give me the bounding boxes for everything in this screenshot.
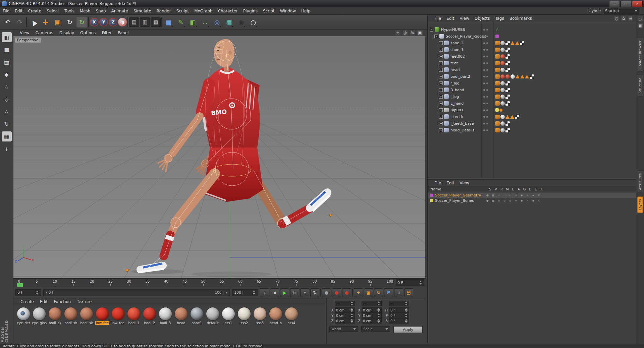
toolbar-separator[interactable] [88,17,89,27]
material-preview-sphere[interactable] [127,307,140,320]
position-field[interactable]: 0 cm [335,313,355,318]
weight-tag[interactable] [495,74,500,79]
menubar-item[interactable]: Window [277,9,299,13]
material-item[interactable]: head_h [268,307,283,325]
menubar-item[interactable]: Simulate [131,9,154,13]
position-field[interactable]: 0 cm [335,318,355,324]
object-name[interactable]: L_hand [450,101,464,106]
object-tree-row[interactable]: + Bip001 [428,107,636,113]
spinner-icon[interactable] [377,308,380,312]
expand-toggle-icon[interactable]: + [439,68,443,72]
material-item[interactable]: sss3 [253,307,267,325]
material-item[interactable]: sss1 [221,307,236,325]
model-mode-icon[interactable]: ■ [2,45,12,55]
viewport-menu-item[interactable]: Options [77,31,99,35]
layer-toggle-icon[interactable]: ▫ [496,199,502,202]
visibility-dots[interactable] [483,76,488,77]
object-name[interactable]: l_teeth [450,115,463,119]
snap-grid-button[interactable]: ⠿ [394,288,403,297]
viewport-menu-item[interactable]: Cameras [32,31,56,35]
weight-tag[interactable] [495,121,500,126]
keyframe-record-button[interactable]: ● [332,288,341,297]
undo-icon[interactable]: ↶ [2,16,13,28]
object-tree-row[interactable]: + feet002 [428,53,636,60]
menubar-item[interactable]: Character [215,9,240,13]
menubar-item[interactable]: Script [260,9,277,13]
transport-separator[interactable] [320,289,321,297]
visibility-dots[interactable] [483,42,488,44]
coord-mode-field[interactable]: — [335,301,355,306]
checker-tag[interactable] [505,128,510,132]
search-icon[interactable]: ○ [614,16,619,21]
skinred-tag[interactable] [500,54,505,59]
menubar-item[interactable]: Sculpt [174,9,192,13]
expand-toggle-icon[interactable]: + [439,115,443,119]
edges-mode-icon[interactable]: ◇ [2,94,12,104]
object-name[interactable]: head_Details [450,128,474,132]
render-view-icon[interactable]: ▤ [129,17,139,27]
material-item[interactable]: sss2 [237,307,252,325]
object-name[interactable]: r_leg [450,81,460,85]
viewport-menu-item[interactable]: Panel [115,31,131,35]
layer-toggle-icon[interactable]: ✓ [525,199,530,202]
tri-tag[interactable] [520,75,524,78]
visibility-dots[interactable] [483,123,488,124]
next-frame-button[interactable]: ▷ [290,288,299,297]
material-preview-sphere[interactable] [33,307,46,320]
texture-edit-icon[interactable]: ▦ [2,131,12,141]
object-tree-row[interactable]: + shoe_2 [428,40,636,46]
phong-tag[interactable] [500,81,505,85]
visibility-dots[interactable] [483,62,488,64]
redo-icon[interactable]: ↷ [14,16,25,28]
add-spline-icon[interactable]: ✎ [175,16,186,28]
add-cube-icon[interactable]: ■ [163,16,174,28]
spinner-icon[interactable] [377,313,380,317]
add-modeling-icon[interactable]: ∴ [199,16,211,28]
menubar-item[interactable]: Animate [109,9,131,13]
checker-tag[interactable] [505,68,510,72]
scale-tool-icon[interactable]: ▣ [52,16,63,28]
object-name[interactable]: l_teeth_base [450,121,474,126]
weight-tag[interactable] [495,61,500,65]
weight-tag[interactable] [495,95,500,99]
object-name[interactable]: feet [450,61,458,65]
object-name[interactable]: shoe_2 [450,41,464,45]
tri-tag[interactable] [515,41,519,45]
phong-tag[interactable] [500,88,505,92]
tri-tag[interactable] [525,75,529,78]
visibility-dots[interactable] [483,49,488,51]
viewport-canvas[interactable]: BMO [13,36,425,278]
texture-mode-icon[interactable]: ▦ [2,57,12,67]
material-item[interactable]: bodi_2 [142,307,157,325]
weight-tag[interactable] [495,68,500,72]
phong-tag[interactable] [500,121,505,126]
coord-mode-field[interactable]: — [362,301,382,306]
material-item[interactable]: low_fee [111,307,125,325]
object-name[interactable]: R_hand [450,88,464,92]
rotation-field[interactable]: 0 ° [389,313,409,318]
visibility-dots[interactable] [483,129,488,131]
object-manager-menu-item[interactable]: Objects [472,16,492,21]
close-button[interactable]: × [632,1,643,7]
material-menu-item[interactable]: Function [51,299,74,304]
menubar-item[interactable]: Edit [12,9,25,13]
menubar-item[interactable]: Mesh [77,9,93,13]
size-field[interactable]: 0 cm [362,307,382,313]
object-tree-row[interactable]: + bodi_part2 [428,73,636,80]
layer-manager-menu-item[interactable]: View [457,181,472,185]
spinner-icon[interactable] [377,319,380,323]
weight-tag[interactable] [495,48,500,52]
material-preview-sphere[interactable] [159,307,172,320]
preview-range-slider[interactable]: 0 F 100 F [43,289,230,296]
object-name[interactable]: shoe_1 [450,48,464,52]
object-name[interactable]: bodi_part2 [450,74,470,79]
visibility-dots[interactable] [483,82,488,84]
spinner-icon[interactable] [419,281,422,285]
dot-orange-tag[interactable] [499,109,502,112]
dock-tab[interactable]: Content Browser [637,38,643,71]
layer-toggle-icon[interactable]: × [536,199,542,202]
tri-tag[interactable] [516,75,520,78]
material-item[interactable]: low_fee [95,307,110,325]
layer-toggle-icon[interactable]: ● [485,199,490,202]
material-preview-sphere[interactable] [143,307,156,320]
